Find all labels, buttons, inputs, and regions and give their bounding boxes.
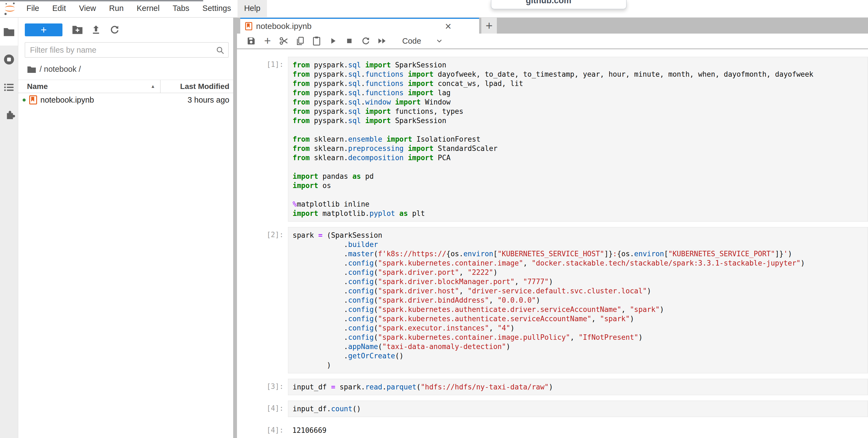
tab-bar: notebook.ipynb × + bbox=[237, 18, 868, 34]
new-folder-button[interactable] bbox=[71, 25, 84, 34]
close-icon[interactable]: × bbox=[443, 22, 453, 30]
puzzle-icon bbox=[3, 109, 15, 121]
copy-cells-button[interactable] bbox=[295, 36, 305, 46]
menu-item-edit[interactable]: Edit bbox=[46, 0, 72, 18]
cut-cells-button[interactable] bbox=[279, 36, 289, 46]
folder-icon bbox=[27, 65, 36, 73]
search-icon bbox=[215, 46, 225, 55]
notebook-toolbar: + bbox=[237, 34, 868, 49]
menu-item-help[interactable]: Help bbox=[238, 0, 267, 18]
upload-button[interactable] bbox=[90, 25, 102, 35]
running-kernels-icon bbox=[3, 54, 15, 65]
kernel-running-dot bbox=[23, 98, 26, 101]
refresh-file-list-button[interactable] bbox=[108, 25, 121, 35]
activity-bar bbox=[0, 18, 18, 438]
top-left-window-edge bbox=[0, 0, 203, 1]
restart-icon bbox=[361, 36, 370, 46]
run-cell-button[interactable] bbox=[328, 36, 338, 46]
column-header-last-modified[interactable]: Last Modified bbox=[161, 82, 233, 91]
add-cell-button[interactable]: + bbox=[262, 36, 272, 46]
breadcrumb-path: / notebook / bbox=[39, 65, 81, 74]
cell-prompt: [3]: bbox=[237, 379, 288, 395]
popup-domain-text: github.com bbox=[526, 0, 626, 5]
cell-editor[interactable]: input_df.count() bbox=[288, 401, 868, 417]
notebook-file-icon bbox=[245, 22, 252, 30]
run-icon bbox=[329, 36, 337, 45]
cell-editor[interactable]: spark = (SparkSession .builder .master(f… bbox=[288, 227, 868, 373]
file-name: notebook.ipynb bbox=[40, 95, 188, 105]
code-cell: [1]:from pyspark.sql import SparkSession… bbox=[237, 57, 868, 222]
clipboard-icon bbox=[312, 36, 321, 46]
menu-item-run[interactable]: Run bbox=[102, 0, 130, 18]
filter-files-input[interactable] bbox=[25, 42, 228, 58]
file-list-header: Name ▲ Last Modified bbox=[18, 80, 233, 93]
menu-item-kernel[interactable]: Kernel bbox=[130, 0, 166, 18]
cell-type-select[interactable]: Code bbox=[402, 36, 421, 46]
file-row[interactable]: notebook.ipynb 3 hours ago bbox=[18, 93, 233, 107]
menu-item-file[interactable]: File bbox=[20, 0, 46, 18]
menu-bar: FileEditViewRunKernelTabsSettingsHelp bbox=[0, 0, 868, 18]
sort-ascending-icon: ▲ bbox=[151, 84, 155, 89]
file-filter bbox=[25, 42, 228, 58]
refresh-icon bbox=[110, 25, 120, 35]
menu-item-tabs[interactable]: Tabs bbox=[166, 0, 196, 18]
new-folder-icon bbox=[72, 25, 83, 34]
new-launcher-button[interactable]: + bbox=[25, 24, 62, 36]
chevron-down-icon[interactable] bbox=[435, 37, 443, 45]
stop-icon bbox=[345, 37, 353, 45]
file-browser-toolbar: + bbox=[18, 18, 233, 37]
breadcrumb[interactable]: / notebook / bbox=[27, 65, 233, 74]
cell-prompt: [2]: bbox=[237, 227, 288, 373]
column-header-name[interactable]: Name ▲ bbox=[18, 80, 161, 93]
file-modified: 3 hours ago bbox=[188, 95, 233, 105]
plus-icon: + bbox=[264, 36, 271, 46]
menu-item-view[interactable]: View bbox=[72, 0, 102, 18]
code-cell: [2]:spark = (SparkSession .builder .mast… bbox=[237, 227, 868, 373]
cell-editor[interactable]: from pyspark.sql import SparkSessionfrom… bbox=[288, 57, 868, 222]
cell-output-area: 12106669 bbox=[288, 422, 868, 435]
sidebar-item-file-browser[interactable] bbox=[0, 18, 18, 46]
scissors-icon bbox=[279, 36, 289, 46]
code-cell: [4]:input_df.count() bbox=[237, 401, 868, 417]
code-cell: [3]:input_df = spark.read.parquet("hdfs:… bbox=[237, 379, 868, 395]
new-tab-button[interactable]: + bbox=[481, 18, 497, 34]
sidebar-item-extensions[interactable] bbox=[0, 101, 18, 129]
file-browser-panel: + bbox=[18, 18, 233, 438]
restart-run-all-button[interactable] bbox=[377, 36, 387, 46]
jupyter-logo-icon bbox=[4, 2, 16, 16]
menu-item-settings[interactable]: Settings bbox=[196, 0, 238, 18]
tab-notebook[interactable]: notebook.ipynb × bbox=[240, 18, 479, 34]
copy-icon bbox=[296, 36, 305, 46]
output-cell: [4]:12106669 bbox=[237, 422, 868, 435]
notebook-file-icon bbox=[29, 95, 37, 105]
interrupt-kernel-button[interactable] bbox=[344, 36, 354, 46]
cell-prompt: [4]: bbox=[237, 422, 288, 435]
panel-splitter[interactable] bbox=[233, 18, 237, 438]
save-button[interactable] bbox=[246, 36, 256, 46]
cell-prompt: [1]: bbox=[237, 57, 288, 222]
sidebar-item-running-kernels[interactable] bbox=[0, 46, 18, 74]
menu-items: FileEditViewRunKernelTabsSettingsHelp bbox=[20, 0, 267, 18]
notebook-content: [1]:from pyspark.sql import SparkSession… bbox=[237, 49, 868, 438]
paste-cells-button[interactable] bbox=[312, 36, 321, 46]
upload-icon bbox=[91, 25, 101, 35]
cell-prompt: [4]: bbox=[237, 401, 288, 417]
tab-title: notebook.ipynb bbox=[256, 22, 443, 31]
browser-popup: github.com bbox=[491, 0, 627, 9]
folder-icon bbox=[3, 27, 15, 36]
restart-kernel-button[interactable] bbox=[361, 36, 371, 46]
fast-forward-icon bbox=[377, 36, 387, 45]
sidebar-item-table-of-contents[interactable] bbox=[0, 74, 18, 101]
list-icon bbox=[3, 82, 15, 93]
save-icon bbox=[247, 36, 256, 46]
cell-editor[interactable]: input_df = spark.read.parquet("hdfs://hd… bbox=[288, 379, 868, 395]
jupyterlab-window: FileEditViewRunKernelTabsSettingsHelp gi… bbox=[0, 0, 868, 438]
notebook-panel: notebook.ipynb × + + bbox=[237, 18, 868, 438]
